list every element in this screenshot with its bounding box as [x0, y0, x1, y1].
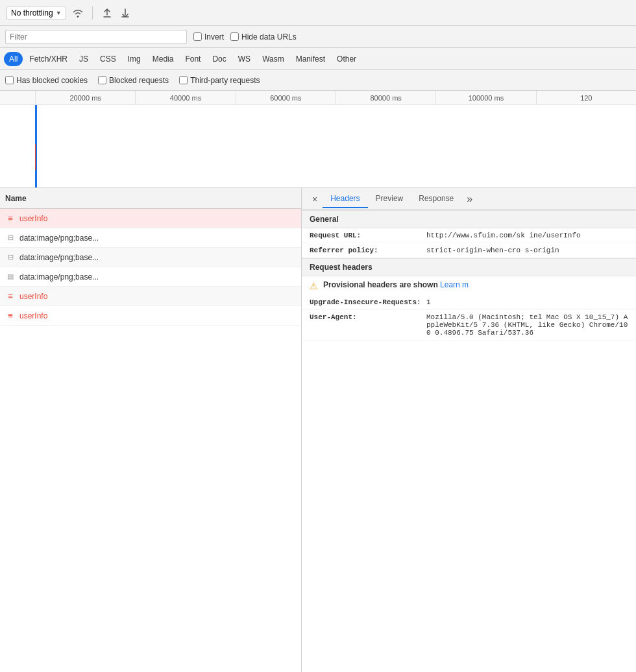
details-tab-headers[interactable]: Headers [323, 190, 367, 208]
request-row-name: userInfo [19, 214, 47, 223]
details-tab-preview[interactable]: Preview [368, 190, 411, 208]
detail-value: strict-origin-when-cro s-origin [426, 246, 628, 254]
timeline-chart [0, 105, 636, 188]
timeline-tick: 20000 ms [35, 91, 135, 104]
request-row[interactable]: ⊟data:image/png;base... [0, 228, 301, 248]
timeline-tick: 40000 ms [135, 91, 235, 104]
detail-value: 1 [426, 298, 628, 306]
filter-tab-ws[interactable]: WS [233, 52, 256, 66]
toolbar-separator [92, 6, 93, 19]
filter-tab-css[interactable]: CSS [95, 52, 121, 66]
warning-text: Provisional headers are shown Learn m [323, 280, 469, 289]
details-tabs: ×HeadersPreviewResponse» [302, 188, 636, 210]
details-tab-close[interactable]: × [307, 191, 323, 207]
third-party-checkbox[interactable] [179, 76, 188, 84]
details-content: GeneralRequest URL:http://www.sfuim.com/… [302, 210, 636, 341]
request-row-name: data:image/png;base... [19, 253, 99, 262]
details-tab-response[interactable]: Response [411, 190, 461, 208]
wifi-icon[interactable] [71, 6, 84, 19]
request-row[interactable]: ▤data:image/png;base... [0, 267, 301, 287]
filter-tabs: AllFetch/XHRJSCSSImgMediaFontDocWSWasmMa… [0, 48, 636, 70]
request-row[interactable]: ⊟data:image/png;base... [0, 248, 301, 267]
filter-tab-wasm[interactable]: Wasm [257, 52, 289, 66]
request-row[interactable]: ≡userInfo [0, 306, 301, 326]
chevron-down-icon: ▼ [56, 10, 62, 16]
img-gray-icon: ⊟ [5, 252, 16, 263]
request-row[interactable]: ≡userInfo [0, 209, 301, 228]
timeline-tick: 120 [536, 91, 636, 104]
hide-data-urls-checkbox[interactable] [230, 32, 239, 41]
detail-key: Upgrade-Insecure-Requests: [310, 298, 426, 306]
invert-checkbox-label[interactable]: Invert [193, 32, 224, 42]
filter-tab-all[interactable]: All [4, 52, 23, 66]
filter-tab-manifest[interactable]: Manifest [291, 52, 330, 66]
request-row-name: userInfo [19, 311, 47, 320]
request-list: Name ≡userInfo⊟data:image/png;base...⊟da… [0, 188, 302, 672]
filter-input[interactable] [5, 30, 187, 44]
filter-tab-doc[interactable]: Doc [207, 52, 231, 66]
blocked-requests-checkbox[interactable] [98, 76, 106, 84]
request-row-name: data:image/png;base... [19, 234, 99, 243]
file-gray-icon: ▤ [5, 272, 16, 282]
throttle-select[interactable]: No throttling ▼ [6, 6, 66, 20]
filter-tab-media[interactable]: Media [147, 52, 179, 66]
download-icon[interactable] [119, 6, 132, 19]
filter-tab-font[interactable]: Font [180, 52, 206, 66]
detail-key: Request URL: [310, 232, 426, 239]
details-pane: ×HeadersPreviewResponse» GeneralRequest … [302, 188, 636, 672]
filter-row: Invert Hide data URLs [0, 26, 636, 48]
detail-row: Request URL:http://www.sfuim.com/sk ine/… [302, 228, 636, 243]
main-content: Name ≡userInfo⊟data:image/png;base...⊟da… [0, 188, 636, 672]
timeline-ruler: 20000 ms40000 ms60000 ms80000 ms100000 m… [0, 91, 636, 105]
timeline-tick: 100000 ms [435, 91, 535, 104]
blocked-cookies-label[interactable]: Has blocked cookies [5, 76, 88, 85]
third-party-label[interactable]: Third-party requests [179, 76, 260, 85]
details-tab-more[interactable]: » [461, 191, 478, 208]
filter-tab-other[interactable]: Other [332, 52, 361, 66]
learn-more-link[interactable]: Learn m [440, 280, 469, 289]
detail-value: Mozilla/5.0 (Macintosh; tel Mac OS X 10_… [426, 313, 628, 337]
detail-row: Referrer policy:strict-origin-when-cro s… [302, 243, 636, 258]
detail-row: Upgrade-Insecure-Requests:1 [302, 295, 636, 310]
request-row[interactable]: ≡userInfo [0, 287, 301, 306]
upload-icon[interactable] [101, 6, 114, 19]
request-row-name: data:image/png;base... [19, 272, 99, 282]
hide-data-urls-label[interactable]: Hide data URLs [230, 32, 297, 42]
detail-key: Referrer policy: [310, 246, 426, 254]
warning-row: ⚠Provisional headers are shown Learn m [302, 276, 636, 295]
request-row-name: userInfo [19, 292, 47, 301]
filter-tab-js[interactable]: JS [74, 52, 93, 66]
img-gray-icon: ⊟ [5, 233, 16, 243]
timeline-tick: 60000 ms [236, 91, 336, 104]
blocked-cookies-checkbox[interactable] [5, 76, 14, 84]
filter-tab-fetch_xhr[interactable]: Fetch/XHR [24, 52, 73, 66]
timeline-red-indicator [35, 144, 36, 170]
request-list-header: Name [0, 188, 301, 209]
warning-icon: ⚠ [310, 281, 318, 291]
filter-tab-img[interactable]: Img [123, 52, 146, 66]
section-header: General [302, 210, 636, 228]
doc-red-icon: ≡ [5, 213, 16, 224]
detail-value: http://www.sfuim.com/sk ine/userInfo [426, 232, 628, 239]
top-toolbar: No throttling ▼ [0, 0, 636, 26]
extra-filters: Has blocked cookies Blocked requests Thi… [0, 70, 636, 91]
detail-row: User-Agent:Mozilla/5.0 (Macintosh; tel M… [302, 310, 636, 341]
throttle-label: No throttling [11, 8, 53, 18]
timeline-tick: 80000 ms [336, 91, 435, 104]
doc-red-icon: ≡ [5, 291, 16, 302]
detail-key: User-Agent: [310, 313, 426, 337]
doc-red-icon: ≡ [5, 311, 16, 321]
blocked-requests-label[interactable]: Blocked requests [98, 76, 169, 85]
invert-checkbox[interactable] [193, 32, 202, 41]
timeline-area: 20000 ms40000 ms60000 ms80000 ms100000 m… [0, 91, 636, 188]
section-header: Request headers [302, 258, 636, 276]
